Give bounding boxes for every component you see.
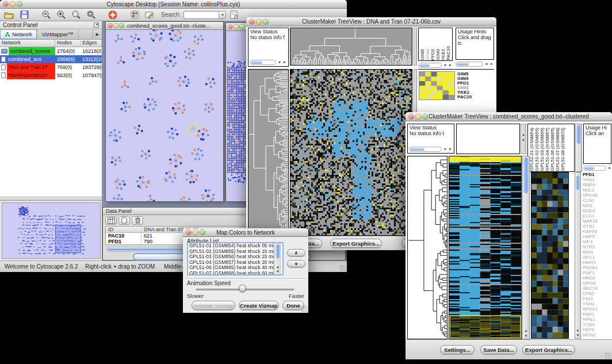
network-table-row[interactable]: combined_sco2569(6)13112(15)	[0, 55, 102, 63]
move-up-button[interactable]: ∧	[287, 249, 305, 256]
column-labels-panel[interactable]: GPL51-01 (GSM854)GPL51-02 (GSM855)GPL51-…	[527, 124, 575, 172]
tv2-heatmap-canvas[interactable]	[449, 156, 521, 339]
cytoscape-titlebar[interactable]: Cytoscape Desktop (Session Name: collins…	[0, 0, 347, 9]
gene-labels-list[interactable]: PFD1YRA1RNR4MSL1SPC98CLN1NIS1BUD4ELG1MAK…	[583, 172, 611, 339]
attribute-list-item[interactable]: GPL51-07 (GSM868) heat shock 60 min	[188, 271, 282, 276]
column-labels-vscrollbar[interactable]	[575, 124, 582, 172]
search-dropdown-icon[interactable]: ▼	[219, 12, 225, 18]
tab-vizmapper[interactable]: VizMapper™	[37, 29, 79, 39]
usage-hints-scrollbar[interactable]: ◄ ►	[456, 61, 494, 67]
float-panel-icon[interactable]	[94, 22, 99, 28]
settings-button[interactable]: Settings...	[440, 345, 475, 354]
zoom-button[interactable]	[263, 20, 268, 24]
gene-label[interactable]: RPN1	[583, 317, 611, 322]
id-column-header[interactable]: ID	[106, 227, 141, 232]
gene-label[interactable]: FIG4	[583, 296, 611, 301]
tv1-left-dendrogram-canvas[interactable]	[248, 70, 288, 235]
gene-label[interactable]: BUD4	[583, 208, 611, 213]
dialog-titlebar[interactable]: Map Colors to Network	[183, 228, 308, 237]
network-table-row[interactable]: RNAPuberNov2+563(0)107847(0)	[0, 71, 102, 79]
column-dendrogram-panel[interactable]	[456, 124, 520, 154]
annotation-icon[interactable]	[143, 9, 156, 20]
minimize-button[interactable]	[114, 24, 118, 28]
zoom-button[interactable]	[200, 230, 205, 235]
mini-vscrollbar[interactable]: ▲▼	[521, 124, 526, 154]
gene-label[interactable]: YSH1	[583, 301, 611, 306]
gene-label[interactable]: SPC98	[583, 193, 611, 198]
gene-label[interactable]: MAK31	[583, 219, 611, 224]
gene-label[interactable]: SEC24	[583, 286, 611, 291]
close-button[interactable]	[409, 114, 414, 119]
zoom-region-icon[interactable]	[84, 9, 98, 20]
zoom-button[interactable]	[423, 114, 427, 119]
new-attribute-icon[interactable]	[118, 216, 130, 225]
treeview2-titlebar[interactable]: ClusterMaker TreeView : combined_scores_…	[406, 112, 612, 121]
network-table-row[interactable]: combined_scores2764(0)16218(0)	[0, 47, 102, 55]
search-input[interactable]: ▼	[183, 11, 226, 19]
gene-label[interactable]: RNR4	[583, 182, 611, 187]
tab-overflow-icon[interactable]: ▶	[93, 29, 102, 39]
gene-label[interactable]: MSI1	[583, 250, 611, 255]
zoom-vscrollbar[interactable]: ▲▼	[575, 172, 581, 339]
slider-thumb[interactable]	[239, 285, 246, 292]
tv2-zoom-heatmap-canvas[interactable]	[531, 173, 568, 338]
network-table-row[interactable]: DNA and Tran 07769(0)183728(0)	[0, 63, 102, 71]
gene-label[interactable]: RPO21	[583, 306, 611, 312]
move-down-button[interactable]: ∨	[287, 260, 305, 267]
gene-label[interactable]: PAN1	[583, 312, 611, 317]
gene-label[interactable]: MON2	[583, 332, 611, 338]
gene-label[interactable]: GPI16	[583, 281, 611, 286]
vizmapper-icon[interactable]	[128, 9, 141, 20]
treeview1-titlebar[interactable]: ClusterMaker TreeView : DNA and Tran 07-…	[246, 17, 496, 26]
column-labels-scrollbar[interactable]: ◄ ►	[418, 62, 453, 68]
gene-label[interactable]: VIP1	[583, 239, 611, 244]
gene-label[interactable]: PHO81	[583, 265, 611, 270]
heatmap-vscrollbar[interactable]: ▲▼	[522, 156, 530, 339]
attribute-list-scrollbar[interactable]: ▲▼	[274, 243, 281, 274]
gene-label[interactable]: ELG1	[583, 213, 611, 219]
export-graphics-button[interactable]: Export Graphics...	[330, 239, 382, 248]
tv1-top-dendrogram-canvas[interactable]	[290, 28, 412, 65]
create-vizmap-button[interactable]: Create Vizmap	[239, 301, 279, 310]
usage-hints-scrollbar[interactable]: ◄	[583, 165, 611, 171]
gene-label[interactable]: TCB3	[583, 322, 611, 327]
mini-vscrollbar[interactable]	[414, 28, 417, 66]
gene-label[interactable]: NIS1	[583, 203, 611, 208]
help-ring-icon[interactable]	[106, 9, 120, 20]
view-status-scrollbar[interactable]: ◄ ►	[250, 59, 287, 65]
tv1-heatmap-canvas[interactable]	[290, 70, 412, 235]
close-button[interactable]	[186, 230, 191, 235]
gene-label[interactable]: GTB1	[583, 224, 611, 229]
zoom-out-icon[interactable]	[39, 9, 53, 20]
gene-label[interactable]: SEC1	[583, 255, 611, 260]
save-data-button[interactable]: Save Data...	[480, 345, 517, 354]
tv1-mini-heatmap-canvas[interactable]	[419, 71, 455, 100]
minimize-button[interactable]	[234, 25, 238, 29]
minimize-button[interactable]	[257, 20, 261, 24]
gene-label[interactable]: PUF3	[583, 270, 611, 275]
column-labels-panel[interactable]: GIM5GIM4PFD1GIM3YKE2PAC10	[418, 28, 453, 61]
select-attributes-icon[interactable]	[105, 216, 117, 225]
open-file-button[interactable]	[2, 9, 16, 20]
tv2-left-dendrogram-canvas[interactable]	[408, 156, 447, 339]
gene-label[interactable]: MSL1	[583, 187, 611, 193]
gene-label[interactable]: KAP95	[583, 229, 611, 234]
attribute-list[interactable]: GPL51-01 (GSM854) heat shock 05 minGPL51…	[187, 242, 284, 275]
save-button[interactable]	[17, 9, 31, 20]
gene-label[interactable]: PFD1	[583, 172, 611, 177]
form-icon[interactable]	[227, 9, 241, 20]
gene-label[interactable]: CPA2	[583, 291, 611, 296]
column-nodes[interactable]: Nodes	[55, 40, 81, 47]
minimize-button[interactable]	[193, 230, 198, 235]
resize-grip[interactable]	[301, 306, 308, 312]
column-network[interactable]: Network	[0, 40, 55, 47]
close-button[interactable]	[108, 24, 112, 28]
close-button[interactable]	[3, 2, 8, 6]
tab-network[interactable]: Network	[0, 29, 37, 39]
gene-label[interactable]: HRD3	[583, 275, 611, 281]
zoom-in-icon[interactable]	[54, 9, 68, 20]
delete-attribute-icon[interactable]	[132, 216, 143, 225]
close-button[interactable]	[228, 25, 232, 29]
network-overview-canvas[interactable]	[2, 202, 101, 259]
network-canvas[interactable]	[106, 30, 223, 201]
